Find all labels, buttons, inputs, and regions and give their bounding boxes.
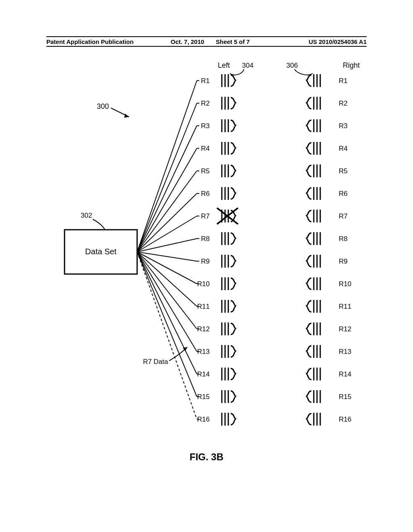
head-icon (222, 345, 236, 358)
left-row-label: R9 (201, 258, 210, 265)
head-icon (222, 413, 236, 426)
left-row-label: R7 (201, 212, 210, 220)
fan-line (137, 171, 197, 252)
right-row-label: R13 (339, 348, 351, 355)
left-row-label: R5 (201, 167, 210, 175)
left-row-label: R6 (201, 190, 210, 197)
left-row-label: R8 (201, 235, 210, 243)
header-sheet: Sheet 5 of 7 (216, 38, 250, 45)
head-icon (222, 74, 236, 87)
head-icon (222, 232, 236, 245)
head-icon (222, 187, 236, 200)
head-icon (307, 232, 320, 245)
left-col-label: Left (218, 61, 230, 69)
right-row-label: R7 (339, 212, 348, 220)
r7-data-label: R7 Data (143, 358, 168, 366)
head-icon (307, 119, 320, 132)
head-icon (222, 164, 236, 177)
header-pubno: US 2010/0254036 A1 (309, 38, 367, 45)
head-icon (307, 97, 320, 110)
header-publication: Patent Application Publication (46, 38, 133, 45)
left-row-label: R3 (201, 122, 210, 130)
header-date: Oct. 7, 2010 (171, 38, 204, 45)
fan-line (137, 103, 197, 252)
leader-302 (93, 219, 105, 230)
right-col-label: Right (343, 61, 360, 69)
left-row-label: R4 (201, 145, 210, 152)
head-icon (222, 390, 236, 403)
right-row-label: R5 (339, 167, 348, 175)
ref-300: 300 (97, 102, 109, 110)
head-icon (222, 322, 236, 335)
head-icon (307, 390, 320, 403)
head-icon (307, 142, 320, 155)
head-icon (307, 210, 320, 222)
fan-line (137, 216, 197, 252)
head-icon (222, 119, 236, 132)
right-row-label: R14 (339, 370, 351, 378)
head-icon (307, 322, 320, 335)
head-icon (307, 74, 320, 87)
page: Patent Application Publication Oct. 7, 2… (0, 0, 413, 532)
right-row-label: R8 (339, 235, 348, 243)
right-row-label: R1 (339, 77, 348, 85)
figure-diagram: Left304Right306300Data Set302R1R2R3R4R5R… (24, 56, 387, 451)
arrow-300-head (124, 114, 129, 118)
fan-line (137, 193, 197, 252)
head-icon (222, 368, 236, 380)
head-icon (222, 277, 236, 290)
head-icon (222, 97, 236, 110)
left-row-label: R1 (201, 77, 210, 85)
ref-302: 302 (81, 212, 92, 219)
head-icon (307, 345, 320, 358)
head-icon (307, 255, 320, 268)
right-row-label: R12 (339, 325, 351, 333)
right-row-label: R2 (339, 100, 348, 107)
head-icon (307, 187, 320, 200)
right-row-label: R6 (339, 190, 348, 197)
fan-line (137, 126, 197, 252)
head-icon (307, 368, 320, 380)
fan-line (137, 252, 197, 419)
right-row-label: R4 (339, 145, 348, 152)
head-icon (222, 300, 236, 313)
right-row-label: R11 (339, 303, 351, 310)
leader-304 (230, 69, 244, 75)
fan-line (137, 252, 197, 329)
figure-caption: FIG. 3B (0, 451, 413, 463)
right-row-label: R9 (339, 258, 348, 265)
head-icon (307, 277, 320, 290)
right-row-label: R10 (339, 280, 351, 288)
dataset-label: Data Set (85, 247, 117, 256)
right-row-label: R16 (339, 416, 351, 423)
page-header: Patent Application Publication Oct. 7, 2… (46, 36, 367, 47)
head-icon (307, 413, 320, 426)
fan-line (137, 252, 197, 397)
head-icon (307, 164, 320, 177)
ref-306: 306 (286, 62, 298, 69)
right-row-label: R15 (339, 393, 351, 401)
fan-line (137, 148, 197, 252)
ref-304: 304 (242, 62, 253, 69)
head-icon (222, 255, 236, 268)
head-icon (222, 142, 236, 155)
right-row-label: R3 (339, 122, 348, 130)
leader-306 (294, 69, 313, 75)
head-icon (307, 300, 320, 313)
left-row-label: R2 (201, 100, 210, 107)
fan-line (137, 239, 197, 252)
fan-line (137, 252, 197, 374)
fan-line (137, 81, 197, 252)
